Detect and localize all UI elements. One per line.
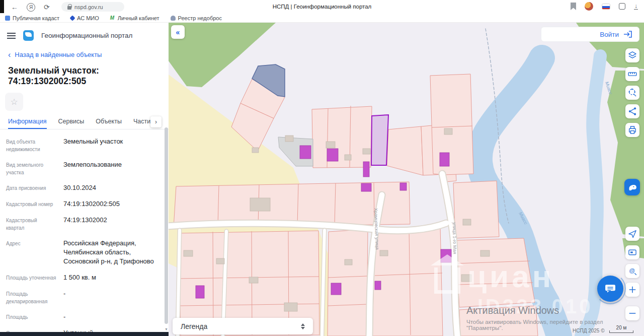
zoom-in-button[interactable] [625,283,639,297]
bookmark-icon[interactable] [571,3,576,10]
bookmark-favicon [5,16,10,21]
object-tabs: Информация Сервисы Объекты Части ЗУ Сост… [0,114,169,129]
extensions-icon[interactable] [619,3,625,10]
chevron-left-icon: ‹ [8,51,11,58]
profile-avatar[interactable] [585,2,593,11]
coordinate-search-icon: @ [627,265,638,277]
locate-button[interactable] [625,227,639,241]
attribute-row: Вид земельного участка Землепользование [6,157,155,180]
attribute-row: Вид объекта недвижимости Земельный участ… [6,133,155,157]
map-tools-top [625,48,639,137]
attribute-row: Дата присвоения 30.10.2024 [6,180,155,196]
chat-button[interactable] [597,276,623,302]
legend-label: Легенда [173,322,301,330]
screen: ← Я ⟳ nspd.gov.ru НСПД | Геоинформационн… [0,0,644,336]
selected-parcel[interactable] [371,115,388,165]
browser-toolbar: ← Я ⟳ nspd.gov.ru НСПД | Геоинформационн… [0,0,644,14]
favorite-star-button[interactable]: ☆ [5,93,23,111]
attribute-row: Площадь - [6,309,155,325]
attribute-row: Кадастровый квартал 74:19:1302002 [6,212,155,235]
scrollbar-thumb[interactable] [165,127,168,324]
scale-ruler [609,330,633,333]
attribute-row: Адрес Российская Федерация, Челябинская … [6,235,155,270]
scale-label: 20 м [609,325,633,330]
legend-expand-icon[interactable] [301,323,305,329]
login-button[interactable]: Войти [541,27,639,42]
tab-objects[interactable]: Объекты [96,118,122,129]
bookmark-item[interactable]: М Личный кабинет [110,15,159,21]
tabs-scroll-right-button[interactable]: › [150,116,162,127]
url-text: nspd.gov.ru [74,4,103,10]
bookmark-favicon [69,15,75,21]
app-logo [23,30,34,41]
menu-icon[interactable] [7,33,16,39]
bookmark-favicon: М [110,16,115,21]
layers-icon [627,50,638,61]
star-icon: ☆ [10,97,18,107]
map-canvas[interactable]: Храмцовская улица улица 1-го Мая Миасс М… [169,23,644,336]
locate-arrow-icon [627,228,638,239]
bookmark-favicon [171,16,176,21]
overview-map-button[interactable] [625,245,639,259]
chat-bubble-icon [604,282,617,295]
attribute-row: Площадь декларированная - [6,286,155,309]
measure-button[interactable] [625,67,639,81]
print-icon [627,124,638,136]
window-corner [0,0,4,13]
svg-text:@: @ [629,267,635,274]
scroll-down-icon[interactable]: ▼ [165,327,168,331]
browser-home-icon[interactable]: Я [27,3,35,12]
overview-map-icon [627,247,638,258]
map-tools-bottom: @ [625,227,639,320]
map-copyright: НСПД 2025 © [573,328,605,333]
back-icon[interactable]: ← [11,2,18,13]
coordinate-search-button[interactable]: @ [625,264,639,278]
object-info-panel: Геоинформационный портал ‹ Назад в найде… [0,23,169,336]
tab-services[interactable]: Сервисы [58,118,85,129]
panel-bottom-edge [0,332,169,336]
login-icon [623,30,632,38]
zoom-out-button[interactable] [625,306,639,320]
plus-icon [627,284,638,295]
back-to-results-link[interactable]: ‹ Назад в найденные объекты [8,51,160,58]
page-title: НСПД | Геоинформационный портал [273,4,372,10]
print-button[interactable] [625,123,639,137]
assistant-mascot-button[interactable] [624,179,640,195]
attribute-row: Площадь уточненная 1 500 кв. м [6,270,155,286]
share-button[interactable] [625,104,639,118]
scale-bar: 20 м [609,325,633,333]
refresh-icon[interactable]: ⟳ [44,2,50,13]
panel-collapse-button[interactable]: « [171,25,185,39]
street-label: улица 1-го Мая [452,222,457,254]
ruler-icon [627,69,638,80]
attribute-row: Кадастровый номер 74:19:1302002:505 [6,196,155,212]
bookmarks-bar: Публичная кадаст АС МИО М Личный кабинет… [0,14,644,23]
map-container: Храмцовская улица улица 1-го Мая Миасс М… [169,23,644,336]
layers-button[interactable] [625,48,639,62]
tab-information[interactable]: Информация [8,118,47,129]
bookmark-item[interactable]: АС МИО [70,15,99,21]
mascot-icon [627,182,638,193]
lock-icon [67,6,71,10]
share-icon [627,106,638,117]
lasso-select-icon [627,87,638,98]
minus-icon [627,308,638,319]
download-icon[interactable]: ↓ [634,4,638,10]
legend-bar[interactable]: Легенда [173,318,313,334]
address-bar[interactable]: nspd.gov.ru [61,2,124,12]
object-title: Земельный участок: 74:19:1302002:505 [8,65,160,87]
language-flag-icon[interactable] [602,4,610,10]
bookmark-item[interactable]: Публичная кадаст [5,15,59,21]
select-area-button[interactable] [625,86,639,100]
app-title: Геоинформационный портал [41,32,132,39]
attributes-list: Вид объекта недвижимости Земельный участ… [0,129,169,336]
panel-scrollbar[interactable]: ▼ [165,107,168,331]
bookmark-item[interactable]: Реестр недоброс [171,15,222,21]
